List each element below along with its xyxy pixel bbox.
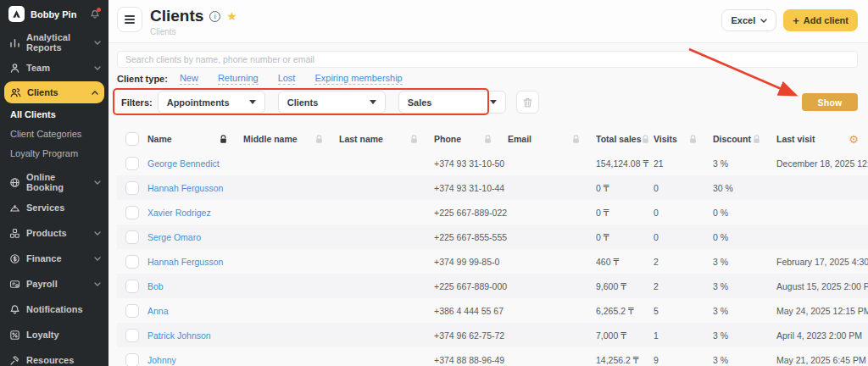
filter-dropdown-sales[interactable]: Sales (398, 91, 506, 114)
checkbox-cell (117, 280, 147, 293)
client-name-link[interactable]: George Bennedict (147, 158, 220, 169)
sidebar-item-notifications[interactable]: Notifications (0, 297, 108, 322)
sidebar-item-analytical-reports[interactable]: Analytical Reports (0, 30, 108, 55)
sidebar-item-finance[interactable]: Finance (0, 246, 108, 271)
sidebar-item-products[interactable]: Products (0, 220, 108, 246)
cell-total-sales: 0 ₸ (596, 232, 654, 242)
row-checkbox[interactable] (125, 304, 139, 318)
cell-name[interactable]: Patrick Johnson (147, 330, 243, 341)
clear-filters-trash-button[interactable] (516, 91, 539, 114)
dollar-coin-icon (9, 253, 20, 264)
excel-export-button[interactable]: Excel (721, 9, 776, 31)
cell-phone: +225 667-889-022 (434, 208, 508, 218)
column-header-email[interactable]: Email (508, 134, 596, 144)
cell-visits: 0 (654, 232, 713, 242)
cell-value: August 15, 2025 2:00 PM (776, 281, 868, 291)
cell-name[interactable]: Johnny (147, 355, 243, 365)
cell-phone: +374 93 31-10-50 (434, 158, 508, 169)
favorite-star-icon[interactable]: ★ (226, 10, 237, 22)
topbar: Clients i ★ Clients Excel + Add client (108, 0, 868, 43)
checkbox-cell (117, 353, 147, 366)
show-button[interactable]: Show (802, 93, 858, 111)
row-checkbox[interactable] (125, 157, 139, 170)
client-type-link-lost[interactable]: Lost (278, 73, 296, 85)
cell-name[interactable]: Hannah Fergusson (147, 183, 243, 193)
cell-value: 3 % (713, 257, 728, 267)
cell-value: +374 88 88-96-49 (434, 355, 504, 365)
cell-last-visit: December 18, 2025 12:30 PM (776, 158, 868, 169)
checkbox-cell (117, 230, 147, 244)
client-name-link[interactable]: Bob (147, 281, 164, 291)
checkbox-cell (117, 157, 147, 170)
filter-dropdown-clients[interactable]: Clients (278, 91, 386, 114)
column-header-total-sales[interactable]: Total sales (596, 134, 654, 144)
cell-total-sales: 0 ₸ (596, 208, 654, 218)
sidebar-item-loyalty-program[interactable]: Loyalty Program (0, 143, 108, 163)
cell-name[interactable]: Serge Omaro (147, 232, 243, 242)
cell-name[interactable]: Hannah Fergusson (147, 257, 243, 267)
sidebar-item-online-booking[interactable]: Online Booking (0, 169, 108, 195)
sidebar-item-label: Loyalty (26, 330, 59, 340)
cell-value: 0 % (713, 208, 728, 218)
column-header-last-name[interactable]: Last name (339, 134, 434, 144)
info-icon[interactable]: i (209, 11, 220, 22)
client-name-link[interactable]: Hannah Fergusson (147, 257, 223, 267)
client-name-link[interactable]: Xavier Rodrigez (147, 208, 211, 218)
sidebar-item-services[interactable]: Services (0, 195, 108, 220)
select-all-checkbox[interactable] (125, 132, 139, 146)
cell-discount: 3 % (713, 355, 776, 365)
search-input[interactable] (117, 51, 858, 68)
column-header-visits[interactable]: Visits (654, 134, 713, 144)
client-name-link[interactable]: Johnny (147, 355, 176, 365)
sidebar-item-clients[interactable]: Clients (4, 81, 104, 103)
row-checkbox[interactable] (125, 353, 139, 366)
client-name-link[interactable]: Patrick Johnson (147, 330, 211, 341)
column-header-discount[interactable]: Discount (713, 134, 776, 144)
cell-name[interactable]: George Bennedict (147, 158, 243, 169)
cell-name[interactable]: Xavier Rodrigez (147, 208, 243, 218)
column-header-name[interactable]: Name (147, 134, 243, 144)
client-name-link[interactable]: Hannah Fergusson (147, 183, 223, 193)
sidebar-item-loyalty[interactable]: Loyalty (0, 322, 108, 347)
cell-discount: 3 % (713, 330, 776, 341)
row-checkbox[interactable] (125, 280, 139, 293)
column-label: Total sales (596, 134, 642, 144)
client-type-link-expiring-membership[interactable]: Expiring membership (314, 73, 402, 85)
column-label: Middle name (243, 134, 298, 144)
filter-dropdown-appointments[interactable]: Appointments (158, 91, 265, 114)
column-header-phone[interactable]: Phone (434, 134, 508, 144)
chevron-up-icon (92, 91, 98, 95)
cell-value: 0 (654, 232, 659, 242)
column-header-middle-name[interactable]: Middle name (243, 134, 339, 144)
sidebar-item-label: Online Booking (26, 172, 88, 192)
sidebar-item-team[interactable]: Team (0, 55, 108, 80)
cell-name[interactable]: Bob (147, 281, 243, 291)
cell-name[interactable]: Anna (147, 306, 243, 316)
cell-value: 6,265.2 ₸ (596, 306, 634, 316)
column-settings-gear-icon[interactable]: ⚙ (849, 134, 859, 145)
row-checkbox[interactable] (125, 230, 139, 244)
add-client-button[interactable]: + Add client (783, 9, 858, 31)
sidebar-item-label: Products (26, 228, 67, 238)
bell-icon (9, 304, 20, 315)
table-row: Bob+225 667-889-0009,600 ₸23 %August 15,… (117, 274, 868, 298)
table-row: Johnny+374 88 88-96-4914,256.2 ₸93 %May … (117, 347, 868, 366)
row-checkbox[interactable] (125, 181, 139, 195)
sidebar-item-label: Resources (26, 355, 74, 365)
sidebar-item-all-clients[interactable]: All Clients (0, 104, 108, 124)
client-type-link-new[interactable]: New (180, 73, 198, 85)
sidebar-item-resources[interactable]: Resources (0, 347, 108, 366)
chevron-down-icon (94, 257, 101, 261)
sidebar-item-client-categories[interactable]: Client Categories (0, 124, 108, 143)
row-checkbox[interactable] (125, 255, 139, 269)
sidebar-item-payroll[interactable]: Payroll (0, 271, 108, 297)
row-checkbox[interactable] (125, 206, 139, 219)
client-name-link[interactable]: Anna (147, 306, 169, 316)
hamburger-menu-button[interactable] (117, 7, 142, 32)
notification-bell-icon[interactable] (90, 9, 100, 19)
sidebar-item-label: Client Categories (10, 129, 81, 139)
client-type-link-returning[interactable]: Returning (218, 73, 259, 85)
cell-last-visit: August 15, 2025 2:00 PM (776, 281, 868, 291)
row-checkbox[interactable] (125, 329, 139, 342)
client-name-link[interactable]: Serge Omaro (147, 232, 201, 242)
